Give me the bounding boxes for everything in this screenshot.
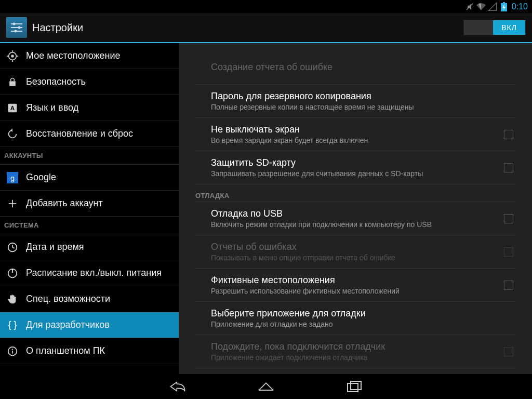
sidebar-item-label: О планшетном ПК xyxy=(26,345,105,356)
sidebar-item-label: Дата и время xyxy=(26,242,84,252)
status-bar: 0:10 xyxy=(0,0,532,13)
preference-summary: Разрешить использование фиктивных местоп… xyxy=(211,287,498,295)
preference-title: Защитить SD-карту xyxy=(211,157,498,168)
google-icon: g xyxy=(6,171,19,184)
preference-item[interactable]: Фиктивные местоположенияРазрешить исполь… xyxy=(195,269,515,302)
clock-icon xyxy=(6,241,19,254)
svg-rect-2 xyxy=(503,2,505,3)
preference-summary: Показывать в меню опцию отправки отчета … xyxy=(211,254,498,262)
sidebar-item-backup-reset[interactable]: Восстановление и сброс xyxy=(0,121,179,147)
svg-rect-31 xyxy=(348,383,358,392)
checkbox[interactable] xyxy=(504,347,513,356)
sidebar-item-about[interactable]: О планшетном ПК xyxy=(0,338,179,364)
sidebar-item-label: Расписание вкл./выкл. питания xyxy=(26,268,162,278)
navigation-bar xyxy=(0,374,532,399)
braces-icon: { } xyxy=(6,319,19,331)
preference-item[interactable]: Создание отчета об ошибке xyxy=(195,51,515,85)
wifi-icon xyxy=(476,2,486,11)
preference-item[interactable]: Не выключать экранВо время зарядки экран… xyxy=(195,118,515,151)
sidebar-item-label: Спец. возможности xyxy=(26,294,110,304)
preference-item[interactable]: Отладка по USBВключить режим отладки при… xyxy=(195,202,515,235)
lock-icon xyxy=(6,76,19,88)
settings-sidebar: Мое местоположение Безопасность A Язык и… xyxy=(0,43,179,374)
home-button[interactable] xyxy=(256,376,276,397)
reset-icon xyxy=(6,128,19,140)
preference-summary: Включить режим отладки при подключении к… xyxy=(211,220,498,229)
action-bar: Настройки ВКЛ xyxy=(0,13,532,42)
preference-item[interactable]: Защитить SD-картуЗапрашивать разрешение … xyxy=(195,151,515,184)
sidebar-item-developer[interactable]: { } Для разработчиков xyxy=(0,312,179,338)
preference-summary: Приложение для отладки не задано xyxy=(211,320,509,328)
sidebar-item-label: Google xyxy=(26,172,56,183)
preferences-panel[interactable]: Создание отчета об ошибкеПароль для резе… xyxy=(179,43,532,374)
checkbox[interactable] xyxy=(504,163,513,172)
preference-title: Создание отчета об ошибке xyxy=(211,62,509,73)
sidebar-item-language[interactable]: A Язык и ввод xyxy=(0,95,179,121)
checkbox[interactable] xyxy=(504,281,513,290)
svg-rect-15 xyxy=(9,81,16,86)
preference-item[interactable]: Отчеты об ошибкахПоказывать в меню опцию… xyxy=(195,235,515,269)
recent-button[interactable] xyxy=(344,376,365,397)
preference-summary: Запрашивать разрешение для считывания да… xyxy=(211,169,498,178)
location-icon xyxy=(6,50,19,62)
toggle-on-label: ВКЛ xyxy=(493,20,525,35)
sidebar-item-label: Мое местоположение xyxy=(26,50,121,61)
sidebar-item-location[interactable]: Мое местоположение xyxy=(0,43,179,69)
svg-point-6 xyxy=(18,26,21,29)
preference-title: Выберите приложение для отладки xyxy=(211,308,509,319)
clock-text: 0:10 xyxy=(512,2,528,11)
preference-summary: Во время зарядки экран будет всегда вклю… xyxy=(211,136,498,144)
checkbox[interactable] xyxy=(504,247,513,257)
preference-summary: Полные резервные копии в настоящее время… xyxy=(211,103,509,111)
section-heading-debug: ОТЛАДКА xyxy=(195,184,515,202)
sidebar-item-power-schedule[interactable]: Расписание вкл./выкл. питания xyxy=(0,260,179,286)
sidebar-item-label: Добавить аккаунт xyxy=(26,198,103,209)
page-title: Настройки xyxy=(32,22,458,34)
svg-point-4 xyxy=(13,23,16,25)
sidebar-item-label: Безопасность xyxy=(26,76,86,87)
hand-icon xyxy=(6,293,19,305)
svg-point-8 xyxy=(15,30,17,33)
checkbox[interactable] xyxy=(504,130,513,139)
preference-title: Не выключать экран xyxy=(211,124,498,135)
svg-line-0 xyxy=(467,4,473,10)
battery-charging-icon xyxy=(499,2,509,11)
sidebar-item-label: Для разработчиков xyxy=(26,320,110,330)
language-icon: A xyxy=(6,102,19,114)
settings-app-icon xyxy=(6,17,27,38)
svg-point-10 xyxy=(11,55,14,58)
preference-item[interactable]: Выберите приложение для отладкиПриложени… xyxy=(195,302,515,335)
sidebar-item-add-account[interactable]: Добавить аккаунт xyxy=(0,191,179,217)
preference-title: Фиктивные местоположения xyxy=(211,275,498,286)
preference-title: Пароль для резервного копирования xyxy=(211,91,509,102)
mute-icon xyxy=(465,2,474,11)
svg-rect-32 xyxy=(351,381,361,390)
sidebar-item-label: Язык и ввод xyxy=(26,102,78,113)
developer-options-toggle[interactable]: ВКЛ xyxy=(463,20,526,35)
sidebar-item-google[interactable]: g Google xyxy=(0,165,179,191)
back-button[interactable] xyxy=(167,376,188,397)
preference-summary: Приложение ожидает подключения отладчика xyxy=(211,353,498,362)
preference-title: Отчеты об ошибках xyxy=(211,242,498,252)
sidebar-item-accessibility[interactable]: Спец. возможности xyxy=(0,286,179,312)
plus-icon xyxy=(6,197,19,210)
sidebar-item-datetime[interactable]: Дата и время xyxy=(0,234,179,260)
svg-text:g: g xyxy=(10,174,15,182)
svg-text:A: A xyxy=(10,104,15,111)
cell-signal-icon xyxy=(488,2,497,11)
preference-title: Отладка по USB xyxy=(211,208,498,219)
sidebar-item-label: Восстановление и сброс xyxy=(26,128,133,139)
sidebar-item-security[interactable]: Безопасность xyxy=(0,69,179,95)
svg-line-24 xyxy=(12,247,15,248)
svg-point-28 xyxy=(12,349,13,350)
power-schedule-icon xyxy=(6,267,19,280)
sidebar-heading-system: СИСТЕМА xyxy=(0,217,179,234)
info-icon xyxy=(6,345,19,357)
preference-item[interactable]: Пароль для резервного копированияПолные … xyxy=(195,85,515,118)
sidebar-heading-accounts: АККАУНТЫ xyxy=(0,147,179,165)
preference-title: Подождите, пока подключится отладчик xyxy=(211,341,498,352)
checkbox[interactable] xyxy=(504,214,513,223)
preference-item[interactable]: Подождите, пока подключится отладчикПрил… xyxy=(195,335,515,368)
